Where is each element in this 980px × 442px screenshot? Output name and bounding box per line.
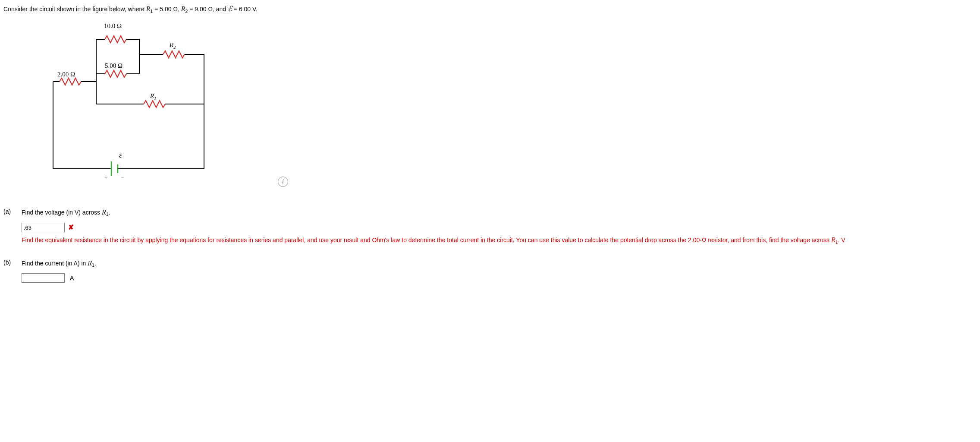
eq3-text: = 6.00 V. [234,6,258,13]
label-5ohm: 5.00 Ω [105,61,122,71]
part-b-prompt: Find the current (in A) in R1. [22,258,977,269]
symbol-R1: R [146,5,151,13]
symbol-emf: ℰ [228,5,232,13]
info-icon[interactable]: i [278,177,288,187]
label-10ohm: 10.0 Ω [104,21,122,31]
label-emf: ε [119,149,122,161]
part-b-unit: A [70,274,74,283]
eq1-text: = 5.00 Ω, [154,6,181,13]
label-minus: − [121,173,124,182]
eq2-text: = 9.00 Ω, and [189,6,228,13]
circuit-svg [47,18,219,193]
part-a-label: (a) [3,207,22,216]
part-a-feedback: Find the equivalent resistance in the ci… [22,234,977,246]
label-plus: + [104,173,107,182]
symbol-R1-sub: 1 [151,9,153,14]
part-a-answer-input[interactable] [22,223,65,232]
part-b: (b) Find the current (in A) in R1. A [3,258,977,283]
symbol-R2-sub: 2 [185,9,188,14]
label-R2: R2 [170,40,176,51]
problem-statement: Consider the circuit shown in the figure… [3,3,977,15]
part-a-prompt: Find the voltage (in V) across R1. [22,207,977,218]
part-b-label: (b) [3,258,22,267]
circuit-figure: 10.0 Ω 5.00 Ω 2.00 Ω R2 R1 ε + − i [47,18,305,193]
part-b-answer-input[interactable] [22,273,65,283]
wrong-icon: ✘ [68,222,74,233]
info-icon-glyph: i [282,177,284,186]
label-R1: R1 [150,91,156,102]
part-a: (a) Find the voltage (in V) across R1. ✘… [3,207,977,246]
intro-text: Consider the circuit shown in the figure… [3,6,146,13]
label-2ohm: 2.00 Ω [57,69,75,79]
